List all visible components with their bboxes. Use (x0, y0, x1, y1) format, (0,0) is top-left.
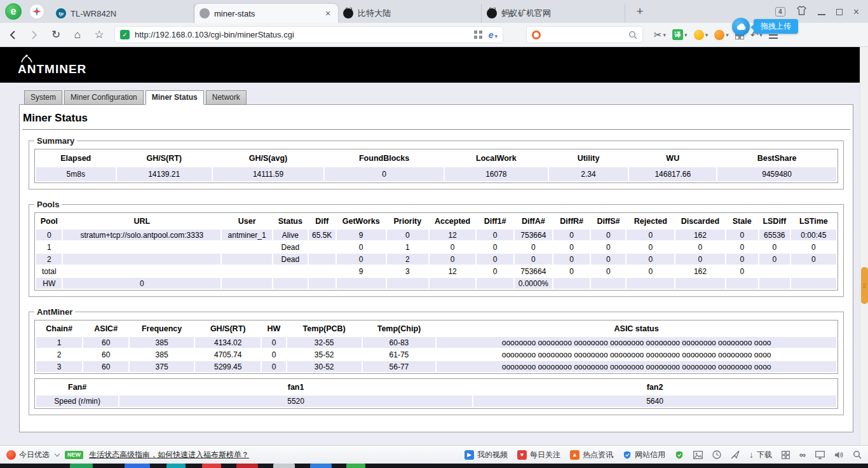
hot-news-button[interactable]: ▲ 热点资讯 (570, 450, 613, 460)
theme-skin-icon[interactable] (796, 6, 807, 18)
minimize-button[interactable] (818, 6, 825, 18)
table-cell: 16078 (445, 167, 548, 181)
cloud-disk-icon[interactable] (732, 18, 750, 36)
site-header: ANTMINER (0, 47, 860, 83)
column-header: GH/S(avg) (213, 151, 323, 166)
taskbar-app-icon[interactable] (70, 464, 93, 468)
qrcode-grid-icon[interactable] (474, 31, 482, 39)
tab-miner-status[interactable]: Miner Status (146, 90, 204, 105)
security-shield-icon[interactable]: ▾ (691, 26, 712, 44)
find-on-page-button[interactable] (853, 450, 862, 459)
bookmark-star-icon[interactable]: ☆ (90, 26, 108, 44)
column-header: Accepted (430, 214, 475, 228)
search-icon[interactable] (628, 31, 637, 39)
bottom-bar-right: ▶ 我的视频 ♥ 每日关注 ▲ 热点资讯 网站信用 (465, 450, 862, 460)
address-bar[interactable]: ✓ http://192.168.0.103/cgi-bin/minerStat… (114, 26, 503, 43)
table-cell: Speed (r/min) (36, 396, 118, 407)
image-mode-button[interactable] (693, 451, 703, 459)
daily-follow-button[interactable]: ♥ 每日关注 (517, 450, 560, 460)
browser-toolbar: ↻ ⌂ ☆ ✓ http://192.168.0.103/cgi-bin/min… (0, 23, 868, 47)
tab-system[interactable]: System (24, 90, 62, 105)
table-cell: 0 (726, 230, 758, 240)
close-window-button[interactable]: × (853, 7, 859, 17)
browser-tab-router[interactable]: tp TL-WR842N (51, 4, 194, 23)
back-button[interactable] (4, 26, 22, 44)
column-header: BestShare (717, 151, 836, 166)
my-videos-button[interactable]: ▶ 我的视频 (465, 450, 508, 460)
taskbar-app-icon[interactable] (310, 464, 332, 468)
table-cell (309, 278, 336, 289)
mute-button[interactable] (834, 451, 843, 459)
daily-follow-label: 每日关注 (530, 450, 560, 460)
headline-link[interactable]: 生活状态高级指南，如何快速进入福布斯榜单？ (89, 450, 249, 460)
screenshot-scissors-icon[interactable]: ✂▾ (651, 26, 669, 44)
url-text[interactable]: http://192.168.0.103/cgi-bin/minerStatus… (135, 30, 294, 39)
boost-button[interactable] (731, 450, 740, 459)
site-credit-label: 网站信用 (635, 450, 665, 460)
history-button[interactable] (712, 450, 721, 459)
table-cell (791, 266, 836, 277)
window-count-badge[interactable]: 4 (775, 7, 785, 17)
column-header: Elapsed (36, 151, 116, 166)
table-cell (387, 278, 428, 289)
table-cell: 2 (36, 349, 82, 360)
forward-button[interactable] (25, 26, 43, 44)
table-cell: 0 (726, 254, 758, 265)
column-header: Diff (309, 214, 336, 228)
column-header: ASIC status (437, 322, 836, 336)
table-cell: 0 (591, 254, 625, 265)
daily-picks-button[interactable]: 今日优选 (6, 450, 50, 460)
table-cell: 0 (627, 230, 674, 240)
search-engine-icon[interactable] (532, 31, 541, 39)
table-cell: 5299.45 (195, 361, 261, 372)
tab-miner-configuration[interactable]: Miner Configuration (64, 90, 144, 105)
browser-tab-miner-stats[interactable]: miner-stats × (194, 4, 338, 23)
chevron-down-icon: ▾ (705, 32, 709, 38)
browser-tab-antminer-site[interactable]: 蚂蚁矿机官网 (482, 4, 625, 23)
new-tab-button[interactable]: + (632, 3, 648, 20)
tab-title: 蚂蚁矿机官网 (501, 8, 620, 19)
table-cell: Dead (273, 242, 308, 252)
browser-tab-bitmain[interactable]: 比特大陆 (338, 4, 482, 23)
browser-logo-icon[interactable]: e (5, 3, 22, 20)
taskbar-app-icon[interactable] (202, 464, 221, 468)
search-input[interactable] (545, 29, 625, 40)
taskbar-app-icon[interactable] (125, 464, 150, 468)
site-safety-icon[interactable]: ✓ (120, 30, 130, 39)
table-header-row: PoolURLUserStatusDiffGetWorksPriorityAcc… (36, 214, 836, 228)
table-cell: HW (36, 278, 62, 289)
chevron-down-icon[interactable] (55, 451, 60, 456)
column-header: Priority (387, 214, 428, 228)
screen-cast-button[interactable] (815, 451, 825, 459)
table-cell: 0 (726, 242, 758, 252)
translate-icon[interactable]: 译▾ (669, 26, 691, 44)
table-cell (309, 254, 336, 265)
download-button[interactable]: ↓ 下载 (749, 450, 772, 460)
table-cell (222, 278, 272, 289)
taskbar-app-icon[interactable] (166, 464, 186, 468)
scrollbar-track[interactable] (860, 47, 868, 445)
reload-button[interactable]: ↻ (47, 26, 65, 44)
apps-button[interactable] (782, 451, 790, 459)
sync-button[interactable]: ∞ (799, 450, 806, 460)
home-button[interactable]: ⌂ (69, 26, 86, 44)
site-credit-button[interactable]: 网站信用 (623, 450, 665, 460)
maximize-button[interactable] (836, 6, 843, 18)
table-cell (63, 266, 220, 277)
search-box[interactable] (526, 26, 643, 43)
taskbar-app-icon[interactable] (273, 464, 295, 468)
scrollbar-thumb[interactable] (861, 267, 868, 304)
game-center-icon[interactable]: ▾ (711, 26, 732, 44)
compass-icon[interactable] (29, 4, 44, 19)
table-cell: 5640 (473, 396, 836, 407)
compat-mode-switch[interactable]: e▾ (489, 29, 498, 41)
table-cell: oooooooo oooooooo oooooooo oooooooo oooo… (437, 361, 836, 372)
table-cell: total (36, 266, 62, 277)
close-tab-icon[interactable]: × (323, 8, 333, 18)
column-header: Discarded (675, 214, 724, 228)
taskbar-app-icon[interactable] (346, 464, 365, 468)
taskbar-app-icon[interactable] (236, 464, 258, 468)
tab-network[interactable]: Network (206, 90, 247, 105)
safety-shield-button[interactable] (675, 450, 684, 460)
table-cell: 12 (430, 266, 475, 277)
